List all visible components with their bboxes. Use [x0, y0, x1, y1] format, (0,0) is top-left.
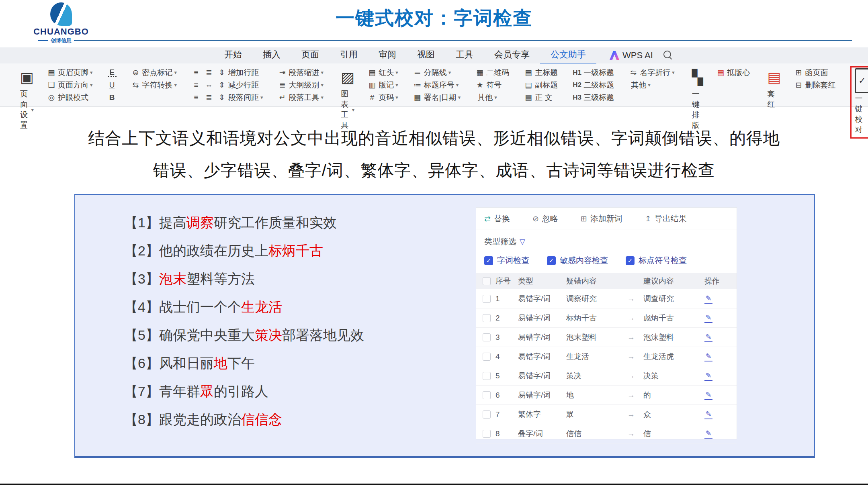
edit-pencil-icon[interactable]: ✎	[704, 294, 712, 304]
edit-pencil-icon[interactable]: ✎	[704, 429, 712, 439]
page-setup-button[interactable]: ▣页面设置▾	[18, 66, 36, 131]
page-number-button[interactable]: #页码▾	[368, 92, 398, 103]
add-word-button[interactable]: ⊞添加新词	[581, 213, 622, 224]
secret-mark-button-label: 密点标记	[142, 67, 173, 78]
secret-mark-button[interactable]: ⊜密点标记▾	[131, 67, 177, 78]
banji-button[interactable]: ▥版记▾	[368, 80, 398, 90]
para-tool-button[interactable]: ↵段落工具▾	[278, 92, 324, 103]
check-word[interactable]: ✓字词检查	[484, 255, 529, 266]
row-checkbox[interactable]	[483, 430, 491, 438]
han-page-button[interactable]: ⊞函页面	[794, 67, 828, 78]
check-type-row: ✓字词检查✓敏感内容检查✓标点符号检查	[476, 247, 737, 266]
one-key-layout-button[interactable]: ▚一键排版	[690, 66, 706, 131]
eye-protect-button[interactable]: ◎护眼模式	[47, 92, 88, 103]
page-orientation-button[interactable]: ❏页面方向▾	[47, 80, 93, 90]
name-wrap-button[interactable]: ⇋名字折行▾	[629, 67, 675, 78]
tab-tools[interactable]: 工具	[445, 47, 484, 63]
ignore-icon: ⊘	[532, 214, 539, 223]
row-checkbox[interactable]	[483, 391, 491, 399]
edit-pencil-icon[interactable]: ✎	[704, 313, 712, 323]
char-width-button[interactable]: ⇔	[205, 81, 213, 89]
search-icon[interactable]	[663, 51, 673, 60]
align-distribute-button[interactable]: ≣	[205, 94, 213, 101]
header-footer-icon: ▤	[47, 69, 56, 76]
edit-pencil-icon[interactable]: ✎	[704, 352, 712, 361]
chevron-down-icon: ▾	[395, 82, 398, 88]
h3-button[interactable]: H3三级标题	[573, 92, 614, 103]
qr-code-button[interactable]: ▦二维码	[475, 67, 509, 78]
align-justify-button[interactable]: ≣	[205, 69, 213, 76]
para-spacing-button[interactable]: ⇕段落间距▾	[217, 92, 263, 103]
ignore-button[interactable]: ⊘忽略	[532, 213, 558, 224]
check-sensitive[interactable]: ✓敏感内容检查	[547, 255, 608, 266]
body-text-button[interactable]: ▤正 文	[524, 92, 552, 103]
tab-view[interactable]: 视图	[407, 47, 445, 63]
edit-pencil-icon[interactable]: ✎	[704, 371, 712, 381]
row-checkbox[interactable]	[483, 333, 491, 341]
row-wrong-text: 策决	[566, 371, 627, 381]
align-center-button[interactable]: ≡	[192, 81, 201, 89]
chevron-down-icon: ▾	[395, 94, 398, 100]
row-checkbox[interactable]	[483, 372, 491, 380]
chart-tool-button[interactable]: ▨图表工具▾	[338, 66, 357, 131]
tab-gongwen-assistant[interactable]: 公文助手	[540, 47, 596, 64]
format-b-button[interactable]: B	[108, 94, 117, 101]
chevron-down-icon: ▾	[321, 94, 324, 100]
tab-page[interactable]: 页面	[291, 47, 330, 63]
eye-protect-button-label: 护眼模式	[58, 92, 88, 103]
example-number: 【8】	[124, 412, 159, 427]
sub-title-button[interactable]: ▤副标题	[524, 80, 558, 90]
line-spacing-add-button[interactable]: ⇕增加行距	[217, 67, 259, 78]
tab-reference[interactable]: 引用	[330, 47, 368, 63]
red-head-button[interactable]: ▤红头▾	[368, 67, 398, 78]
doc-icon: ▤	[524, 94, 533, 101]
heading-order-button[interactable]: ≔标题序号▾	[413, 80, 459, 90]
format-e-button[interactable]: E	[108, 68, 117, 77]
tab-home[interactable]: 开始	[214, 47, 252, 63]
header-footer-button[interactable]: ▤页眉页脚▾	[47, 67, 93, 78]
format-u-button[interactable]: U	[108, 81, 117, 89]
line-spacing-icon: ⇕	[217, 69, 226, 76]
row-checkbox[interactable]	[483, 314, 491, 322]
replace-button[interactable]: ⇄替换	[484, 213, 510, 224]
wps-ai-button[interactable]: WPS AI	[610, 50, 653, 61]
checkbox-checked-icon[interactable]: ✓	[484, 256, 493, 265]
h1-button[interactable]: H1一级标题	[573, 67, 614, 78]
checkbox-checked-icon[interactable]: ✓	[547, 256, 556, 265]
edit-pencil-icon[interactable]: ✎	[704, 410, 712, 419]
edit-pencil-icon[interactable]: ✎	[704, 333, 712, 342]
other-title-button[interactable]: 其他▾	[629, 80, 651, 90]
outline-level-button[interactable]: ≣大纲级别▾	[278, 80, 324, 90]
format-b-icon: B	[108, 94, 117, 101]
char-convert-button[interactable]: ⇆字符转换▾	[131, 80, 177, 90]
row-checkbox[interactable]	[483, 353, 491, 361]
para-indent-button[interactable]: ⇥段落缩进▾	[278, 67, 324, 78]
di-banxin-button[interactable]: ▤抵版心	[716, 67, 750, 78]
tab-insert[interactable]: 插入	[252, 47, 291, 63]
symbol-button[interactable]: ★符号	[475, 80, 502, 90]
align-left-button[interactable]: ≡	[192, 69, 201, 76]
row-checkbox[interactable]	[483, 295, 491, 303]
edit-pencil-icon[interactable]: ✎	[704, 390, 712, 400]
row-checkbox[interactable]	[483, 410, 491, 419]
h2-button[interactable]: H2二级标题	[573, 80, 614, 90]
example-item: 【5】确保党中央重大策决部署落地见效	[124, 321, 364, 349]
select-all-checkbox[interactable]	[483, 277, 491, 285]
tab-member[interactable]: 会员专享	[484, 47, 540, 63]
row-wrong-text: 眾	[566, 409, 627, 420]
filter-funnel-icon[interactable]: ▽	[520, 237, 525, 246]
example-text: 塑料等方法	[186, 271, 255, 286]
delete-taohong-button[interactable]: ⊟删除套红	[794, 80, 835, 90]
chevron-down-icon: ▾	[458, 94, 461, 100]
divider-line-button[interactable]: ═分隔线▾	[413, 67, 451, 78]
export-result-button[interactable]: ↥导出结果	[645, 213, 687, 224]
checkbox-checked-icon[interactable]: ✓	[626, 256, 635, 265]
check-punctuation[interactable]: ✓标点符号检查	[626, 255, 687, 266]
other-insert-button[interactable]: 其他▾	[475, 92, 497, 103]
line-spacing-sub-button[interactable]: ⇕减少行距	[217, 80, 259, 90]
sign-date-button[interactable]: ▦署名|日期▾	[413, 92, 461, 103]
tab-review[interactable]: 审阅	[368, 47, 407, 63]
main-title-button[interactable]: ▤主标题	[524, 67, 558, 78]
tao-hong-button[interactable]: ▤套红	[765, 66, 783, 110]
align-right-button[interactable]: ≡	[192, 94, 201, 101]
